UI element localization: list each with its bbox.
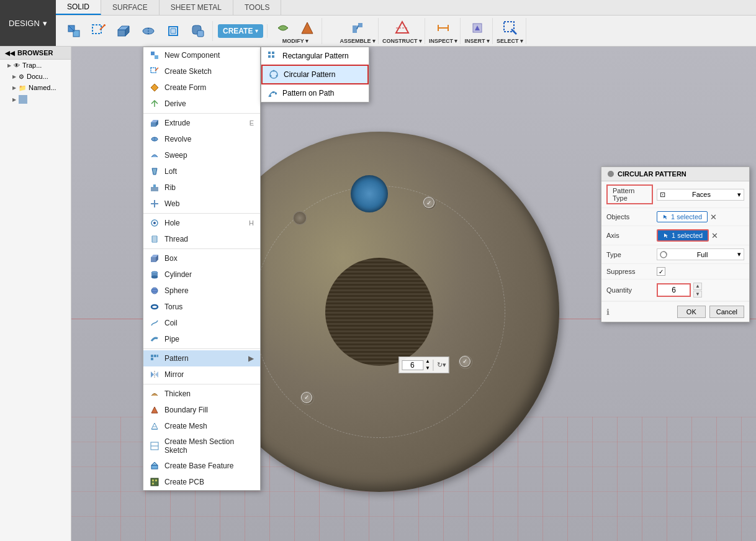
suppress-checkbox[interactable]: ✓ xyxy=(657,267,665,276)
menu-revolve[interactable]: Revolve xyxy=(143,131,260,147)
menu-create-form[interactable]: Create Form xyxy=(143,80,260,96)
menu-hole[interactable]: Hole H xyxy=(143,215,260,231)
construct-btn[interactable] xyxy=(390,18,414,38)
objects-selected-badge[interactable]: 1 selected xyxy=(657,211,708,222)
svg-rect-60 xyxy=(155,480,157,481)
create-group-btn[interactable]: CREATE ▾ xyxy=(218,24,263,38)
axis-cursor-icon xyxy=(663,232,669,239)
submenu-circular-pattern[interactable]: Circular Pattern xyxy=(261,65,369,84)
revolve-btn[interactable] xyxy=(137,21,160,41)
menu-create-sketch[interactable]: Create Sketch xyxy=(143,63,260,80)
fillet-icon xyxy=(189,22,207,40)
quantity-up[interactable]: ▲ xyxy=(693,283,702,290)
menu-new-component[interactable]: New Component xyxy=(143,47,260,63)
quantity-input[interactable] xyxy=(657,283,691,297)
menu-pattern[interactable]: Pattern ▶ xyxy=(143,350,260,366)
objects-label: Objects xyxy=(606,213,653,220)
menu-torus[interactable]: Torus xyxy=(143,299,260,315)
browser-item-box-icon xyxy=(19,95,27,104)
submenu-rectangular-pattern[interactable]: Rectangular Pattern xyxy=(261,47,369,65)
svg-rect-59 xyxy=(152,480,154,481)
menu-coil[interactable]: Coil xyxy=(143,315,260,331)
menu-sweep[interactable]: Sweep xyxy=(143,147,260,163)
tab-surface[interactable]: SURFACE xyxy=(101,0,160,15)
insert-label[interactable]: INSERT ▾ xyxy=(464,38,490,44)
pipe-menu-icon xyxy=(150,334,160,344)
browser-item-doc[interactable]: ▶ ⚙ Docu... xyxy=(0,71,71,82)
assemble-label[interactable]: ASSEMBLE ▾ xyxy=(340,38,376,44)
tab-solid[interactable]: SOLID xyxy=(56,0,101,15)
menu-thicken[interactable]: Thicken xyxy=(143,386,260,402)
create-mesh-section-menu-icon xyxy=(150,441,160,451)
menu-rib[interactable]: Rib xyxy=(143,180,260,196)
viewport-qty-input[interactable] xyxy=(402,360,423,370)
shell-btn[interactable] xyxy=(161,21,185,41)
menu-pipe[interactable]: Pipe xyxy=(143,331,260,347)
objects-value: 1 selected ✕ xyxy=(657,211,744,222)
fillet-btn[interactable] xyxy=(186,21,210,41)
browser-item-named[interactable]: ▶ 📁 Named... xyxy=(0,82,71,93)
tab-sheet-metal[interactable]: SHEET METAL xyxy=(160,0,233,15)
menu-sphere[interactable]: Sphere xyxy=(143,283,260,299)
menu-thread[interactable]: Thread xyxy=(143,231,260,247)
type-select[interactable]: Full ▾ xyxy=(657,248,744,260)
create-sketch-btn[interactable] xyxy=(87,21,110,41)
submenu-pattern-on-path[interactable]: Pattern on Path xyxy=(261,84,369,102)
menu-create-pcb[interactable]: Create PCB xyxy=(143,474,260,490)
quantity-down[interactable]: ▼ xyxy=(693,291,702,298)
menu-cylinder[interactable]: Cylinder xyxy=(143,266,260,283)
menu-torus-label: Torus xyxy=(164,302,182,311)
construct-icon xyxy=(394,19,411,37)
browser-item-trap[interactable]: ▶ 👁 Trap... xyxy=(0,60,71,71)
menu-pipe-label: Pipe xyxy=(164,335,179,343)
cancel-button[interactable]: Cancel xyxy=(709,306,744,318)
modify-btn1[interactable] xyxy=(271,18,295,38)
menu-box[interactable]: Box xyxy=(143,250,260,266)
menu-create-sketch-label: Create Sketch xyxy=(164,67,212,76)
browser-collapse-btn[interactable]: ◀◀ xyxy=(5,50,15,57)
menu-create-base-feature[interactable]: Create Base Feature xyxy=(143,458,260,474)
pattern-type-select[interactable]: ⊡ Faces ▾ xyxy=(657,189,744,201)
browser-item-body[interactable]: ▶ xyxy=(0,93,71,106)
menu-web[interactable]: Web xyxy=(143,196,260,212)
assemble-btn[interactable] xyxy=(346,18,369,38)
menu-extrude[interactable]: Extrude E xyxy=(143,115,260,131)
revolve-menu-icon xyxy=(150,134,160,144)
menu-create-mesh[interactable]: Create Mesh xyxy=(143,418,260,434)
path-pattern-label: Pattern on Path xyxy=(282,89,334,98)
boundary-fill-menu-icon xyxy=(150,405,160,415)
menu-thread-label: Thread xyxy=(164,235,188,243)
select-label[interactable]: SELECT ▾ xyxy=(497,38,523,44)
axis-selected-badge[interactable]: 1 selected xyxy=(657,229,709,242)
svg-marker-27 xyxy=(152,168,157,175)
inspect-btn[interactable] xyxy=(431,18,455,38)
extrude-menu-icon xyxy=(150,118,160,128)
viewport-qty-up[interactable]: ▲ xyxy=(425,358,430,365)
menu-derive[interactable]: Derive xyxy=(143,96,260,112)
construct-label[interactable]: CONSTRUCT ▾ xyxy=(382,38,422,44)
pattern-submenu: Rectangular Pattern Circular Pattern Pat… xyxy=(261,47,369,102)
objects-clear-btn[interactable]: ✕ xyxy=(710,213,717,221)
extrude-btn[interactable] xyxy=(112,21,135,41)
modify-btn2[interactable] xyxy=(295,18,319,38)
modify-label[interactable]: MODIFY ▾ xyxy=(282,38,308,44)
insert-btn[interactable] xyxy=(466,18,489,38)
axis-clear-btn[interactable]: ✕ xyxy=(711,232,718,240)
svg-rect-11 xyxy=(353,25,357,33)
viewport-qty-down[interactable]: ▼ xyxy=(425,365,430,371)
rotate-icon[interactable]: ↻▾ xyxy=(437,361,446,369)
circular-pattern-panel: CIRCULAR PATTERN Pattern Type ⊡ Faces ▾ … xyxy=(601,166,750,322)
browser-header: ◀◀ BROWSER xyxy=(0,47,71,60)
menu-create-mesh-section[interactable]: Create Mesh Section Sketch xyxy=(143,434,260,458)
menu-mirror[interactable]: Mirror xyxy=(143,366,260,383)
panel-row-objects: Objects 1 selected ✕ xyxy=(601,208,749,226)
inspect-label[interactable]: INSPECT ▾ xyxy=(429,38,458,44)
menu-loft[interactable]: Loft xyxy=(143,163,260,180)
new-component-btn[interactable] xyxy=(62,21,86,41)
design-button[interactable]: DESIGN ▾ xyxy=(0,0,56,46)
select-btn[interactable] xyxy=(498,18,522,38)
tab-tools[interactable]: TOOLS xyxy=(233,0,281,15)
ok-button[interactable]: OK xyxy=(677,306,706,318)
axis-label: Axis xyxy=(606,232,653,239)
menu-boundary-fill[interactable]: Boundary Fill xyxy=(143,402,260,418)
